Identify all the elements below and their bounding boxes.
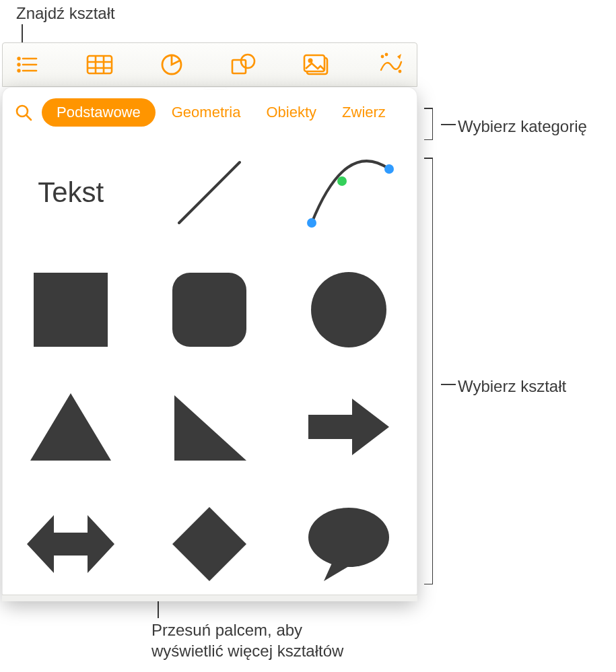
svg-rect-26 <box>34 273 108 347</box>
list-icon[interactable] <box>16 51 39 79</box>
shapes-popover: Podstawowe Geometria Obiekty Zwierz Teks… <box>2 87 417 601</box>
triangle-shape[interactable] <box>24 380 118 474</box>
category-row: Podstawowe Geometria Obiekty Zwierz <box>3 88 417 137</box>
text-shape-label: Tekst <box>38 176 104 209</box>
shapes-grid: Tekst <box>18 145 402 601</box>
shape-icon[interactable] <box>230 51 256 79</box>
line-shape[interactable] <box>162 145 256 240</box>
shapes-panel: Podstawowe Geometria Obiekty Zwierz Teks… <box>2 42 417 601</box>
svg-point-16 <box>309 59 312 62</box>
svg-point-19 <box>399 71 401 72</box>
svg-marker-33 <box>172 507 246 581</box>
svg-marker-32 <box>27 515 114 573</box>
category-tab-active[interactable]: Podstawowe <box>42 98 156 127</box>
svg-point-24 <box>384 164 394 174</box>
bracket-choose-category <box>432 108 433 140</box>
double-arrow-shape[interactable] <box>24 497 118 591</box>
draw-icon[interactable] <box>377 51 404 79</box>
svg-point-28 <box>311 272 386 347</box>
text-shape[interactable]: Tekst <box>24 145 118 240</box>
rounded-square-shape[interactable] <box>162 263 256 357</box>
svg-marker-30 <box>174 395 246 461</box>
popover-arrow <box>205 87 226 89</box>
table-icon[interactable] <box>86 51 113 79</box>
callout-hline-category <box>441 124 456 125</box>
callout-swipe: Przesuń palcem, aby wyświetlić więcej ks… <box>151 619 343 661</box>
panel-bottom-edge <box>2 595 417 601</box>
media-icon[interactable] <box>303 51 330 79</box>
curve-shape[interactable] <box>302 145 396 240</box>
insert-toolbar <box>2 42 417 87</box>
chart-icon[interactable] <box>160 51 183 79</box>
svg-rect-27 <box>172 273 246 347</box>
svg-rect-15 <box>304 55 324 71</box>
svg-marker-35 <box>324 560 352 581</box>
svg-point-4 <box>18 70 20 72</box>
shapes-grid-scroll[interactable]: Tekst <box>3 137 417 601</box>
svg-marker-29 <box>30 393 111 461</box>
category-tab-2[interactable]: Obiekty <box>256 98 326 127</box>
svg-point-25 <box>337 176 347 186</box>
speech-bubble-shape[interactable] <box>302 497 396 591</box>
category-tab-1[interactable]: Geometria <box>162 98 250 127</box>
circle-shape[interactable] <box>302 263 396 357</box>
callout-hline-shape <box>441 384 456 385</box>
svg-point-18 <box>386 54 387 55</box>
callout-choose-shape: Wybierz kształt <box>458 376 566 397</box>
square-shape[interactable] <box>24 263 118 357</box>
svg-point-34 <box>308 508 389 567</box>
arrow-right-shape[interactable] <box>302 380 396 474</box>
callout-choose-category: Wybierz kategorię <box>458 116 587 137</box>
diamond-shape[interactable] <box>162 497 256 591</box>
callout-swipe-line1: Przesuń palcem, aby <box>151 621 302 639</box>
svg-line-21 <box>26 115 31 120</box>
svg-point-13 <box>241 55 254 68</box>
svg-point-2 <box>18 64 20 66</box>
category-tab-3[interactable]: Zwierz <box>333 98 395 127</box>
search-icon[interactable] <box>12 101 35 124</box>
svg-rect-6 <box>88 56 112 73</box>
svg-marker-31 <box>308 399 389 455</box>
svg-line-22 <box>179 162 240 223</box>
callout-find-shape: Znajdź kształt <box>16 3 115 24</box>
svg-point-23 <box>307 218 316 228</box>
svg-point-17 <box>382 56 383 57</box>
right-triangle-shape[interactable] <box>162 380 256 474</box>
svg-point-0 <box>18 58 20 60</box>
bracket-choose-shape <box>432 158 433 584</box>
callout-swipe-line2: wyświetlić więcej kształtów <box>151 642 343 660</box>
